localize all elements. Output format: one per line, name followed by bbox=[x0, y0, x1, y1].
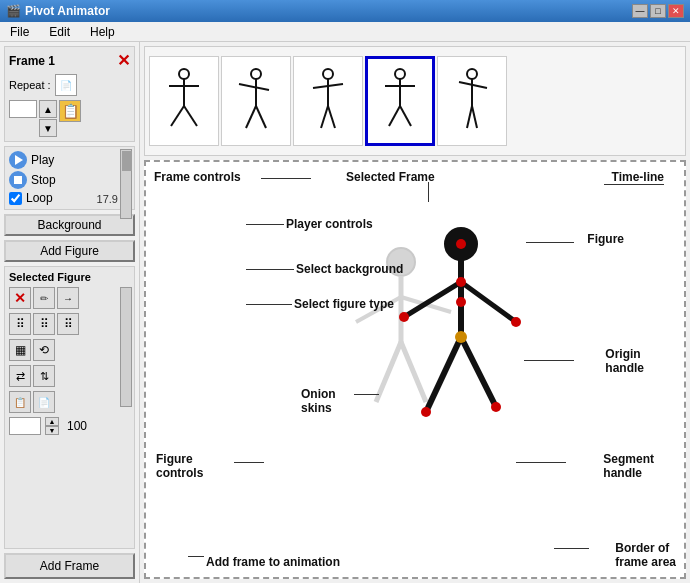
right-area: Frame controls Selected Frame Time-line … bbox=[140, 42, 690, 583]
svg-line-13 bbox=[321, 106, 328, 128]
delete-figure-button[interactable]: ✕ bbox=[9, 287, 31, 309]
frame-thumb-4[interactable] bbox=[365, 56, 435, 146]
paste-fig-button[interactable]: 📄 bbox=[33, 391, 55, 413]
width-spin-down[interactable]: ▼ bbox=[45, 426, 59, 435]
scroll-thumb bbox=[122, 151, 132, 171]
selected-figure-label: Selected Figure bbox=[9, 271, 130, 283]
frame-icon[interactable]: 📋 bbox=[59, 100, 81, 122]
svg-line-33 bbox=[404, 282, 461, 317]
main-layout: Frame 1 ✕ Repeat : 📄 ▲ ▼ 📋 bbox=[0, 42, 690, 583]
frame-section: Frame 1 ✕ Repeat : 📄 ▲ ▼ 📋 bbox=[4, 46, 135, 142]
grid-tool-4[interactable]: ▦ bbox=[9, 339, 31, 361]
annotation-frame-controls: Frame controls bbox=[154, 170, 241, 184]
selected-figure-section: Selected Figure ✕ ✏ → ⠿ ⠿ ⠿ ▦ ⟲ ⇄ ⇅ 📋 bbox=[4, 266, 135, 549]
stop-button[interactable]: Stop bbox=[9, 171, 56, 189]
repeat-label: Repeat : bbox=[9, 79, 51, 91]
stop-icon bbox=[9, 171, 27, 189]
svg-point-40 bbox=[511, 317, 521, 327]
flip-h-button[interactable]: ⇄ bbox=[9, 365, 31, 387]
close-button[interactable]: ✕ bbox=[668, 4, 684, 18]
frame-area: Frame controls Selected Frame Time-line … bbox=[144, 160, 686, 579]
svg-line-19 bbox=[400, 106, 411, 126]
main-figure-svg bbox=[386, 222, 546, 462]
frame-thumb-2[interactable] bbox=[221, 56, 291, 146]
grid-tool-1[interactable]: ⠿ bbox=[9, 313, 31, 335]
flip-v-button[interactable]: ⇅ bbox=[33, 365, 55, 387]
grid-tool-3[interactable]: ⠿ bbox=[57, 313, 79, 335]
fig-tools-row1: ✕ ✏ → bbox=[9, 287, 130, 309]
menu-bar: File Edit Help bbox=[0, 22, 690, 42]
svg-point-42 bbox=[491, 402, 501, 412]
svg-line-34 bbox=[461, 282, 516, 322]
line-add-frame bbox=[188, 556, 204, 557]
player-scroll[interactable] bbox=[120, 149, 132, 219]
svg-line-35 bbox=[426, 337, 461, 412]
svg-point-10 bbox=[323, 69, 333, 79]
fig-tools-row3: ▦ ⟲ bbox=[9, 339, 130, 361]
grid-tool-5[interactable]: ⟲ bbox=[33, 339, 55, 361]
move-figure-button[interactable]: → bbox=[57, 287, 79, 309]
play-icon bbox=[9, 151, 27, 169]
width-spin: ▲ ▼ bbox=[45, 417, 59, 435]
annotation-border: Border of frame area bbox=[615, 541, 676, 569]
minimize-button[interactable]: — bbox=[632, 4, 648, 18]
repeat-spin-up[interactable]: ▲ bbox=[39, 100, 57, 118]
line-origin-handle bbox=[524, 360, 574, 361]
line-figure-controls bbox=[234, 462, 264, 463]
add-figure-button[interactable]: Add Figure bbox=[4, 240, 135, 262]
grid-tool-2[interactable]: ⠿ bbox=[33, 313, 55, 335]
svg-point-41 bbox=[421, 407, 431, 417]
title-bar: 🎬 Pivot Animator — □ ✕ bbox=[0, 0, 690, 22]
play-button[interactable]: Play bbox=[9, 151, 54, 169]
app-icon: 🎬 bbox=[6, 4, 21, 18]
frame-thumb-5[interactable] bbox=[437, 56, 507, 146]
annotation-segment-handle: Segment handle bbox=[603, 452, 654, 480]
frame-thumb-3[interactable] bbox=[293, 56, 363, 146]
player-section: Play Stop Loop 17.9 bbox=[4, 146, 135, 210]
width-input[interactable]: 100 bbox=[9, 417, 41, 435]
frame-thumb-svg-3 bbox=[303, 66, 353, 136]
svg-line-8 bbox=[246, 106, 256, 128]
copy-frame-button[interactable]: 📄 bbox=[55, 74, 77, 96]
line-player-controls bbox=[246, 224, 284, 225]
title-bar-left: 🎬 Pivot Animator bbox=[6, 4, 110, 18]
repeat-spin-down[interactable]: ▼ bbox=[39, 119, 57, 137]
play-label: Play bbox=[31, 153, 54, 167]
line-select-background bbox=[246, 269, 294, 270]
line-timeline bbox=[604, 184, 664, 185]
annotation-select-figure-type: Select figure type bbox=[294, 297, 394, 311]
edit-figure-button[interactable]: ✏ bbox=[33, 287, 55, 309]
svg-line-7 bbox=[239, 84, 269, 90]
fig-tools-row5: 📋 📄 bbox=[9, 391, 130, 413]
background-button[interactable]: Background bbox=[4, 214, 135, 236]
line-onion-skins bbox=[354, 394, 379, 395]
svg-line-9 bbox=[256, 106, 266, 128]
width-spin-up[interactable]: ▲ bbox=[45, 417, 59, 426]
annotation-add-frame: Add frame to animation bbox=[206, 555, 340, 569]
delete-frame-button[interactable]: ✕ bbox=[117, 51, 130, 70]
loop-checkbox[interactable] bbox=[9, 192, 22, 205]
svg-line-18 bbox=[389, 106, 400, 126]
maximize-button[interactable]: □ bbox=[650, 4, 666, 18]
line-segment-handle bbox=[516, 462, 566, 463]
menu-file[interactable]: File bbox=[4, 23, 35, 41]
annotation-onion-skins: Onion skins bbox=[301, 387, 336, 415]
svg-point-15 bbox=[395, 69, 405, 79]
frame-thumb-svg-5 bbox=[447, 66, 497, 136]
svg-point-44 bbox=[456, 297, 466, 307]
line-select-figure-type bbox=[246, 304, 292, 305]
frame-thumb-1[interactable] bbox=[149, 56, 219, 146]
repeat-input[interactable] bbox=[9, 100, 37, 118]
app-title: Pivot Animator bbox=[25, 4, 110, 18]
svg-line-24 bbox=[472, 106, 477, 128]
svg-line-36 bbox=[461, 337, 496, 407]
add-frame-button[interactable]: Add Frame bbox=[4, 553, 135, 579]
menu-edit[interactable]: Edit bbox=[43, 23, 76, 41]
line-selected-frame bbox=[428, 182, 429, 202]
menu-help[interactable]: Help bbox=[84, 23, 121, 41]
svg-point-39 bbox=[456, 277, 466, 287]
copy-fig-button[interactable]: 📋 bbox=[9, 391, 31, 413]
sel-fig-scroll[interactable] bbox=[120, 287, 132, 407]
main-figure bbox=[386, 222, 546, 465]
frame-thumb-svg-1 bbox=[159, 66, 209, 136]
